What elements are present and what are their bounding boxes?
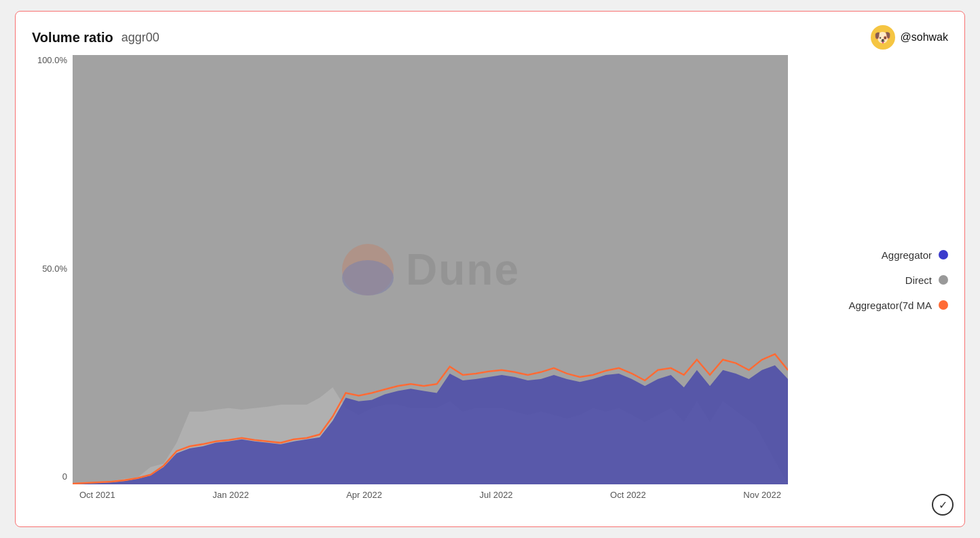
user-area: 🐶 @sohwak bbox=[871, 25, 949, 50]
legend-item-direct: Direct bbox=[804, 274, 948, 286]
legend-dot-aggregator bbox=[939, 250, 948, 259]
chart-plot: Dune bbox=[73, 55, 788, 484]
legend-label-aggregator: Aggregator bbox=[882, 249, 932, 261]
dashboard-card: Volume ratio aggr00 🐶 @sohwak 100.0% 50.… bbox=[15, 11, 965, 527]
chart-legend: Aggregator Direct Aggregator(7d MA bbox=[799, 55, 948, 505]
legend-item-ma: Aggregator(7d MA bbox=[804, 300, 948, 311]
legend-dot-direct bbox=[939, 275, 948, 285]
x-label-oct2022: Oct 2022 bbox=[610, 490, 646, 500]
chart-area: 100.0% 50.0% 0 bbox=[32, 55, 788, 505]
x-label-oct2021: Oct 2021 bbox=[79, 490, 115, 500]
y-label-100: 100.0% bbox=[32, 55, 73, 65]
legend-label-direct: Direct bbox=[905, 274, 932, 286]
username: @sohwak bbox=[901, 31, 949, 43]
legend-item-aggregator: Aggregator bbox=[804, 249, 948, 261]
checkmark-icon: ✓ bbox=[932, 494, 954, 516]
card-header: Volume ratio aggr00 🐶 @sohwak bbox=[32, 25, 948, 50]
x-label-jul2022: Jul 2022 bbox=[479, 490, 512, 500]
y-label-0: 0 bbox=[32, 471, 73, 482]
chart-svg bbox=[73, 55, 788, 484]
x-axis: Oct 2021 Jan 2022 Apr 2022 Jul 2022 Oct … bbox=[73, 484, 788, 505]
user-avatar: 🐶 bbox=[871, 25, 895, 50]
x-label-nov2022: Nov 2022 bbox=[743, 490, 781, 500]
x-label-jan2022: Jan 2022 bbox=[212, 490, 249, 500]
title-area: Volume ratio aggr00 bbox=[32, 30, 159, 46]
legend-dot-ma bbox=[939, 300, 948, 310]
chart-container: 100.0% 50.0% 0 bbox=[32, 55, 948, 505]
x-label-apr2022: Apr 2022 bbox=[346, 490, 382, 500]
y-axis: 100.0% 50.0% 0 bbox=[32, 55, 73, 484]
y-label-50: 50.0% bbox=[32, 264, 73, 274]
chart-subtitle: aggr00 bbox=[121, 31, 159, 45]
chart-title: Volume ratio bbox=[32, 30, 113, 46]
legend-label-ma: Aggregator(7d MA bbox=[848, 300, 932, 311]
